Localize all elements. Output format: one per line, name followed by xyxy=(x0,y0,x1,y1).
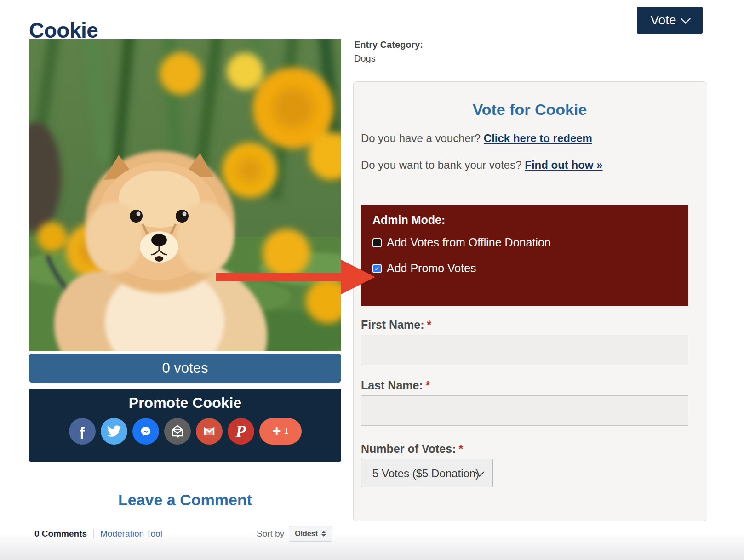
promote-title: Promote Cookie xyxy=(129,394,241,411)
vote-button-label: Vote xyxy=(650,13,676,28)
entry-photo xyxy=(29,39,341,351)
vote-panel-title: Vote for Cookie xyxy=(353,101,706,119)
required-asterisk: * xyxy=(459,442,464,455)
number-of-votes-label: Number of Votes:* xyxy=(361,442,463,456)
offline-donation-checkbox-row[interactable]: ✓ Add Votes from Offline Donation xyxy=(372,236,551,249)
dog-photo-illustration xyxy=(29,39,341,351)
voucher-question: Do you have a voucher? xyxy=(361,132,481,144)
vote-count-label: 0 votes xyxy=(162,360,208,377)
first-name-input[interactable] xyxy=(361,335,688,365)
promo-votes-checkbox[interactable]: ✓ xyxy=(372,264,382,273)
email-share-icon[interactable] xyxy=(164,418,191,445)
bank-findout-link[interactable]: Find out how » xyxy=(525,159,602,171)
required-asterisk: * xyxy=(426,379,430,392)
vote-dropdown-button[interactable]: Vote xyxy=(637,7,703,34)
pet-vote-page: Cookie Vote xyxy=(0,0,744,560)
promo-votes-checkbox-row[interactable]: ✓ Add Promo Votes xyxy=(372,262,476,275)
share-count-badge: 1 xyxy=(284,427,288,436)
entry-category-value: Dogs xyxy=(354,53,376,64)
twitter-share-icon[interactable] xyxy=(101,418,127,445)
last-name-input[interactable] xyxy=(361,395,688,426)
last-name-label: Last Name:* xyxy=(361,379,430,392)
admin-mode-title: Admin Mode: xyxy=(372,213,445,227)
gmail-share-icon[interactable] xyxy=(196,418,223,445)
votes-select-wrap: 5 Votes ($5 Donation) xyxy=(361,459,493,487)
envelope-icon xyxy=(170,424,185,439)
admin-mode-box: Admin Mode: ✓ Add Votes from Offline Don… xyxy=(361,205,688,306)
required-asterisk: * xyxy=(427,318,432,331)
gmail-m-icon xyxy=(201,423,217,439)
addtoany-plus-icon[interactable]: + 1 xyxy=(259,418,302,445)
leave-comment-title: Leave a Comment xyxy=(29,491,341,509)
first-name-label: First Name:* xyxy=(361,318,431,331)
number-of-votes-select[interactable]: 5 Votes ($5 Donation) xyxy=(361,459,493,487)
voucher-redeem-link[interactable]: Click here to redeem xyxy=(484,132,592,144)
chevron-down-icon xyxy=(680,13,691,24)
pinterest-share-icon[interactable]: P xyxy=(228,418,254,445)
offline-donation-checkbox[interactable]: ✓ xyxy=(372,238,382,247)
social-share-row: f xyxy=(69,418,302,445)
promote-panel: Promote Cookie f xyxy=(29,389,341,462)
voucher-line: Do you have a voucher? Click here to red… xyxy=(361,132,592,145)
entry-category-label: Entry Category: xyxy=(354,40,423,50)
bank-question: Do you want to bank your votes? xyxy=(361,159,522,171)
vote-count-bar: 0 votes xyxy=(29,354,341,383)
promo-votes-label: Add Promo Votes xyxy=(387,262,476,275)
messenger-bubble-icon xyxy=(138,423,154,439)
bank-votes-line: Do you want to bank your votes? Find out… xyxy=(361,159,603,171)
twitter-bird-icon xyxy=(107,424,121,439)
offline-donation-label: Add Votes from Offline Donation xyxy=(387,236,551,249)
bottom-fade xyxy=(0,533,744,560)
messenger-share-icon[interactable] xyxy=(132,418,159,445)
facebook-share-icon[interactable]: f xyxy=(69,418,96,445)
